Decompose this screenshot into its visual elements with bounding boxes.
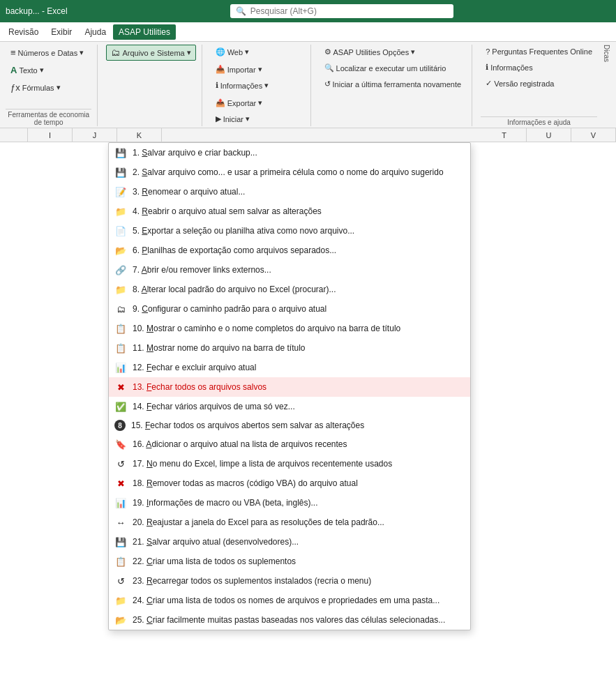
item-6-icon: 📂 bbox=[114, 244, 127, 257]
menu-item-2[interactable]: 💾 2. Salvar arquivo como... e usar a pri… bbox=[109, 162, 470, 182]
menu-item-12[interactable]: 📊 12. Fechar e excluir arquivo atual bbox=[109, 358, 470, 377]
item-16-text: 16. Adicionar o arquivo atual na lista d… bbox=[133, 439, 462, 449]
item-5-text: 5. Exportar a seleção ou planilha ativa … bbox=[133, 226, 462, 236]
menu-item-1[interactable]: 💾 1. Salvar arquivo e criar backup... bbox=[109, 143, 470, 162]
item-15-icon: 8 bbox=[114, 420, 126, 431]
item-25-text: 25. Criar facilmente muitas pastas basea… bbox=[133, 615, 462, 625]
menu-asap[interactable]: ASAP Utilities bbox=[113, 24, 176, 40]
ribbon-btn-localizar[interactable]: 🔍 Localizar e executar um utilitário bbox=[320, 61, 467, 75]
ribbon-btn-importar[interactable]: 📥 Importar ▾ bbox=[211, 62, 267, 77]
menu-item-25[interactable]: 📂 25. Criar facilmente muitas pastas bas… bbox=[109, 610, 470, 630]
item-1-icon: 💾 bbox=[114, 146, 127, 159]
ribbon-btn-texto[interactable]: A Texto ▾ bbox=[6, 62, 91, 78]
item-3-text: 3. Renomear o arquivo atual... bbox=[133, 187, 462, 197]
ribbon-btn-arquivo-sistema[interactable]: 🗂 Arquivo e Sistema ▾ bbox=[106, 45, 195, 61]
texto-icon: A bbox=[10, 65, 17, 75]
ribbon-btn-formulas[interactable]: ƒx Fórmulas ▾ bbox=[6, 79, 91, 96]
ribbon-btn-ultima-ferramenta[interactable]: ↺ Iniciar a última ferramenta novamente bbox=[320, 77, 467, 91]
ribbon-group-help: ? Perguntas Frequentes Online ℹ Informaç… bbox=[481, 45, 597, 126]
item-23-icon: ↺ bbox=[114, 575, 127, 587]
item-17-icon: ↺ bbox=[114, 457, 127, 470]
item-8-text: 8. Alterar local padrão do arquivo no Ex… bbox=[133, 285, 462, 294]
menu-item-3[interactable]: 📝 3. Renomear o arquivo atual... bbox=[109, 182, 470, 202]
menu-item-15[interactable]: 8 15. Fechar todos os arquivos abertos s… bbox=[109, 416, 470, 434]
formulas-icon: ƒx bbox=[10, 82, 20, 93]
texto-arrow: ▾ bbox=[40, 66, 44, 75]
ribbon-btn-info[interactable]: ℹ Informações bbox=[481, 60, 597, 75]
search-bar[interactable]: 🔍 bbox=[230, 4, 453, 18]
opcoes-icon: ⚙ bbox=[324, 47, 331, 56]
ribbon-btn-asap-opcoes[interactable]: ⚙ ASAP Utilities Opções ▾ bbox=[320, 45, 467, 59]
ribbon-group-web: 🌐 Web ▾ 📥 Importar ▾ ℹ Informações ▾ 📤 bbox=[211, 45, 311, 126]
menu-item-5[interactable]: 📄 5. Exportar a seleção ou planilha ativ… bbox=[109, 221, 470, 241]
ribbon-btn-numeros-datas[interactable]: ≡ Números e Datas ▾ bbox=[6, 45, 91, 61]
menu-revisao[interactable]: Revisão bbox=[3, 24, 44, 40]
dropdown-overlay: 💾 1. Salvar arquivo e criar backup... 💾 … bbox=[108, 142, 471, 630]
ribbon-btn-iniciar[interactable]: ▶ Iniciar ▾ bbox=[211, 112, 255, 126]
iniciar-icon: ▶ bbox=[216, 114, 221, 123]
item-1-text: 1. Salvar arquivo e criar backup... bbox=[133, 148, 462, 158]
menu-item-13[interactable]: ✖ 13. Fechar todos os arquivos salvos bbox=[109, 377, 470, 397]
item-23-text: 23. Recarregar todos os suplementos inst… bbox=[133, 576, 462, 586]
menu-item-14[interactable]: ✅ 14. Fechar vários arquivos de uma só v… bbox=[109, 397, 470, 416]
item-4-icon: 📁 bbox=[114, 205, 127, 218]
item-11-text: 11. Mostrar nome do arquivo na barra de … bbox=[133, 343, 462, 353]
menu-item-10[interactable]: 📋 10. Mostrar o caminho e o nome complet… bbox=[109, 319, 470, 338]
col-headers: I J K T U V bbox=[0, 128, 616, 142]
menu-item-22[interactable]: 📋 22. Criar uma lista de todos os suplem… bbox=[109, 552, 470, 571]
menu-item-17[interactable]: ↺ 17. No menu do Excel, limpe a lista de… bbox=[109, 454, 470, 473]
menu-item-18[interactable]: ✖ 18. Remover todas as macros (código VB… bbox=[109, 473, 470, 493]
item-24-icon: 📁 bbox=[114, 594, 127, 607]
ribbon-btn-web[interactable]: 🌐 Web ▾ bbox=[211, 45, 254, 59]
menu-item-9[interactable]: 🗂 9. Configurar o caminho padrão para o … bbox=[109, 299, 470, 319]
ribbon-btn-informacoes[interactable]: ℹ Informações ▾ bbox=[211, 78, 274, 93]
item-10-icon: 📋 bbox=[114, 322, 127, 335]
ribbon-group-label-help: Informações e ajuda bbox=[481, 116, 597, 126]
item-11-icon: 📋 bbox=[114, 342, 127, 354]
versao-icon: ✓ bbox=[486, 79, 492, 88]
item-18-text: 18. Remover todas as macros (código VBA)… bbox=[133, 478, 462, 488]
menu-bar: Revisão Exibir Ajuda ASAP Utilities bbox=[0, 22, 616, 42]
col-header-spacer bbox=[162, 128, 482, 142]
row-num-spacer bbox=[0, 128, 28, 142]
exportar-icon: 📤 bbox=[216, 98, 225, 107]
menu-ajuda[interactable]: Ajuda bbox=[79, 24, 112, 40]
menu-item-23[interactable]: ↺ 23. Recarregar todos os suplementos in… bbox=[109, 571, 470, 591]
item-3-icon: 📝 bbox=[114, 185, 127, 198]
ribbon-btn-perguntas[interactable]: ? Perguntas Frequentes Online bbox=[481, 45, 597, 59]
ultima-icon: ↺ bbox=[324, 79, 331, 89]
formulas-arrow: ▾ bbox=[57, 83, 61, 92]
menu-item-6[interactable]: 📂 6. Planilhas de exportação como arquiv… bbox=[109, 241, 470, 260]
item-17-text: 17. No menu do Excel, limpe a lista de a… bbox=[133, 459, 462, 469]
app-window: backup... - Excel 🔍 Revisão Exibir Ajuda… bbox=[0, 0, 616, 682]
menu-item-16[interactable]: 🔖 16. Adicionar o arquivo atual na lista… bbox=[109, 434, 470, 454]
numeros-arrow: ▾ bbox=[80, 48, 84, 57]
menu-item-20[interactable]: ↔ 20. Reajustar a janela do Excel para a… bbox=[109, 513, 470, 532]
search-input[interactable] bbox=[250, 6, 448, 16]
menu-item-7[interactable]: 🔗 7. Abrir e/ou remover links externos..… bbox=[109, 260, 470, 280]
app-title: backup... - Excel bbox=[6, 6, 68, 16]
item-14-text: 14. Fechar vários arquivos de uma só vez… bbox=[133, 402, 462, 411]
importar-icon: 📥 bbox=[216, 65, 225, 74]
menu-item-24[interactable]: 📁 24. Criar uma lista de todos os nomes … bbox=[109, 591, 470, 610]
item-5-icon: 📄 bbox=[114, 225, 127, 237]
ribbon-btn-versao[interactable]: ✓ Versão registrada bbox=[481, 76, 597, 91]
ribbon: ≡ Números e Datas ▾ A Texto ▾ ƒx Fórmula… bbox=[0, 42, 616, 128]
menu-exibir[interactable]: Exibir bbox=[45, 24, 77, 40]
numeros-label: Números e Datas bbox=[18, 49, 78, 57]
item-2-text: 2. Salvar arquivo como... e usar a prime… bbox=[133, 167, 462, 177]
ribbon-btn-exportar[interactable]: 📤 Exportar ▾ bbox=[211, 96, 268, 110]
info-icon: ℹ bbox=[486, 63, 488, 72]
numeros-icon: ≡ bbox=[10, 47, 16, 58]
menu-item-21[interactable]: 💾 21. Salvar arquivo atual (desenvolvedo… bbox=[109, 532, 470, 552]
item-15-text: 15. Fechar todos os arquivos abertos sem… bbox=[131, 420, 462, 430]
item-22-text: 22. Criar uma lista de todos os suplemen… bbox=[133, 556, 462, 566]
menu-item-4[interactable]: 📁 4. Reabrir o arquivo atual sem salvar … bbox=[109, 202, 470, 221]
arquivo-icon: 🗂 bbox=[111, 47, 120, 58]
menu-item-8[interactable]: 📁 8. Alterar local padrão do arquivo no … bbox=[109, 280, 470, 299]
menu-item-19[interactable]: 📊 19. Informações de macro ou VBA (beta,… bbox=[109, 493, 470, 513]
menu-item-11[interactable]: 📋 11. Mostrar nome do arquivo na barra d… bbox=[109, 338, 470, 358]
item-21-text: 21. Salvar arquivo atual (desenvolvedore… bbox=[133, 537, 462, 547]
formulas-label: Fórmulas bbox=[22, 84, 54, 92]
item-24-text: 24. Criar uma lista de todos os nomes de… bbox=[133, 596, 462, 605]
